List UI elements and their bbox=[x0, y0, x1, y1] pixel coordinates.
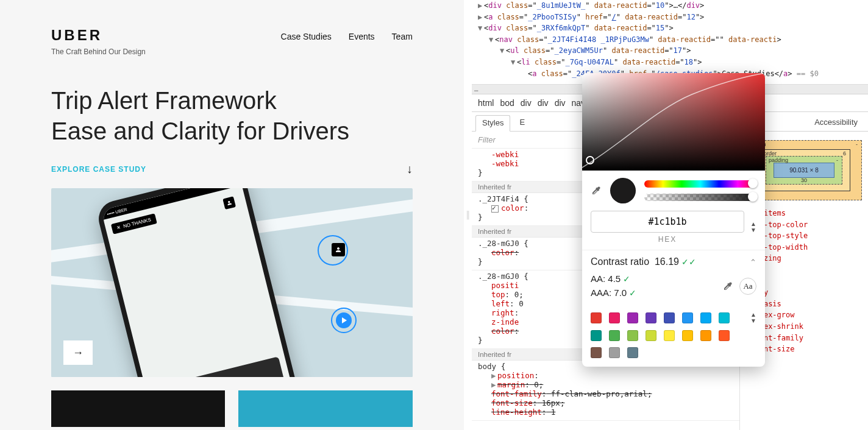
eyedropper-icon[interactable] bbox=[722, 281, 733, 292]
headline-2: Ease and Clarity for Drivers bbox=[51, 116, 413, 146]
color-swatch[interactable] bbox=[646, 312, 656, 323]
contrast-value: 16.19 bbox=[655, 256, 679, 267]
breadcrumb-item[interactable]: div bbox=[521, 98, 532, 108]
explore-link[interactable]: EXPLORE CASE STUDY bbox=[51, 165, 146, 174]
color-swatch[interactable] bbox=[609, 312, 620, 323]
tile-dark[interactable] bbox=[51, 390, 225, 427]
breadcrumb-item[interactable]: div bbox=[538, 98, 549, 108]
alpha-thumb[interactable] bbox=[748, 192, 758, 202]
current-color-swatch bbox=[610, 178, 636, 203]
next-arrow-button[interactable]: → bbox=[63, 340, 93, 365]
breadcrumb-item[interactable]: bod bbox=[500, 98, 514, 108]
color-swatch[interactable] bbox=[627, 330, 638, 341]
elements-tree[interactable]: ▶<div class="_8u1mUeJtW_" data-reactid="… bbox=[472, 0, 868, 84]
nav-case-studies[interactable]: Case Studies bbox=[281, 32, 332, 41]
logo: UBER bbox=[51, 27, 146, 44]
check-icon: ✓ bbox=[629, 288, 636, 298]
swatch-page-arrows[interactable]: ▲▼ bbox=[750, 312, 756, 324]
color-swatch[interactable] bbox=[700, 312, 711, 323]
color-swatch[interactable] bbox=[646, 330, 656, 341]
hue-thumb[interactable] bbox=[748, 178, 758, 188]
brand-block: UBER The Craft Behind Our Design bbox=[51, 27, 146, 56]
color-picker[interactable]: HEX ▲▼ Contrast ratio 16.19 ✓✓ ⌃ AA: 4.5… bbox=[582, 73, 765, 367]
chevron-up-icon[interactable]: ⌃ bbox=[750, 258, 756, 267]
headline-1: Trip Alert Framework bbox=[51, 85, 413, 116]
bm-content: 90.031 × 8 bbox=[774, 163, 834, 178]
color-swatch[interactable] bbox=[719, 330, 730, 341]
color-swatch[interactable] bbox=[682, 312, 693, 323]
color-canvas[interactable] bbox=[582, 73, 765, 171]
color-swatch[interactable] bbox=[682, 330, 693, 341]
hex-input[interactable] bbox=[591, 211, 744, 233]
color-swatch[interactable] bbox=[664, 330, 675, 341]
color-swatch[interactable] bbox=[591, 347, 602, 358]
hue-slider[interactable] bbox=[644, 180, 756, 188]
tab-accessibility[interactable]: Accessibility bbox=[808, 115, 864, 131]
swatch-palette: ▲▼ bbox=[582, 306, 765, 367]
hero-image: ••••• UBER 9:41 AM ✕NO THANKS 13 min 1.6… bbox=[51, 188, 413, 377]
color-swatch[interactable] bbox=[627, 347, 638, 358]
breadcrumb-item[interactable]: html bbox=[478, 98, 494, 108]
tab-styles[interactable]: Styles bbox=[475, 115, 510, 132]
site-nav: Case Studies Events Team bbox=[281, 32, 413, 41]
trip-card: 13 min 1.6 mi uberX 4.92 ★ bbox=[152, 356, 293, 377]
color-swatch[interactable] bbox=[700, 330, 711, 341]
aaa-label: AAA: 7.0 bbox=[591, 287, 627, 298]
alpha-slider[interactable] bbox=[644, 194, 756, 201]
color-swatch[interactable] bbox=[609, 330, 620, 341]
map-pin-user-icon bbox=[222, 196, 236, 210]
format-toggle-icon[interactable]: ▲▼ bbox=[750, 221, 756, 233]
map-pin-user-icon bbox=[332, 243, 345, 256]
nav-team[interactable]: Team bbox=[392, 32, 413, 41]
tile-teal[interactable] bbox=[238, 390, 412, 427]
eyedropper-icon[interactable] bbox=[591, 185, 602, 196]
color-swatch[interactable] bbox=[719, 312, 730, 323]
breadcrumb-item[interactable]: div bbox=[555, 98, 566, 108]
text-sample-icon[interactable]: Aa bbox=[739, 278, 756, 295]
double-check-icon: ✓✓ bbox=[681, 257, 696, 267]
color-swatch[interactable] bbox=[627, 312, 638, 323]
check-icon: ✓ bbox=[623, 274, 630, 284]
eta: 13 min bbox=[160, 366, 277, 377]
pane-splitter[interactable] bbox=[464, 0, 472, 430]
tagline: The Craft Behind Our Design bbox=[51, 48, 146, 56]
close-icon: ✕ bbox=[116, 224, 122, 230]
tab-event-listeners[interactable]: E bbox=[513, 115, 532, 131]
nav-events[interactable]: Events bbox=[349, 32, 375, 41]
color-handle[interactable] bbox=[586, 156, 594, 164]
contrast-label: Contrast ratio bbox=[591, 256, 649, 267]
hex-label: HEX bbox=[591, 235, 744, 244]
status-carrier: ••••• UBER bbox=[107, 207, 127, 216]
color-swatch[interactable] bbox=[591, 312, 602, 323]
website-preview: UBER The Craft Behind Our Design Case St… bbox=[0, 0, 464, 430]
no-thanks-button: ✕NO THANKS bbox=[111, 213, 157, 234]
play-icon bbox=[336, 312, 352, 328]
aa-label: AA: 4.5 bbox=[591, 273, 621, 284]
scroll-down-icon[interactable]: ↓ bbox=[407, 162, 413, 176]
color-swatch[interactable] bbox=[664, 312, 675, 323]
bm-padding-label: padding bbox=[769, 157, 788, 163]
color-swatch[interactable] bbox=[591, 330, 602, 341]
headline-block: Trip Alert Framework Ease and Clarity fo… bbox=[51, 85, 413, 146]
color-swatch[interactable] bbox=[609, 347, 620, 358]
